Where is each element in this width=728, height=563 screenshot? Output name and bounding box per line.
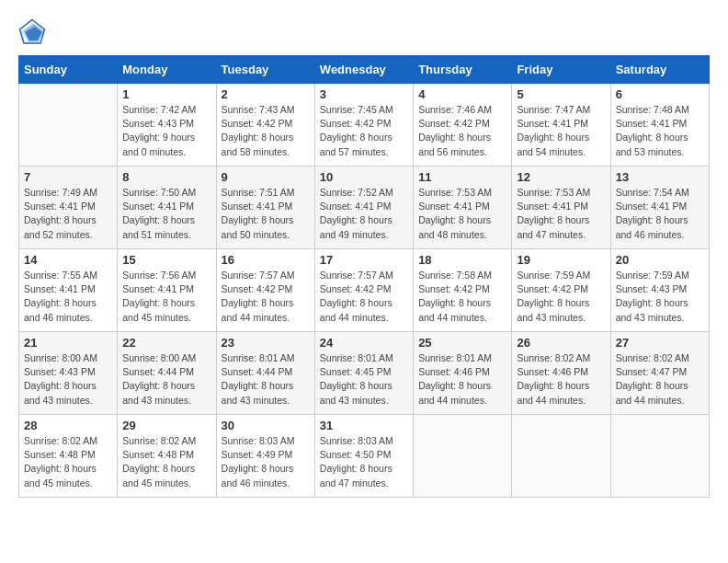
calendar-cell: 2Sunrise: 7:43 AMSunset: 4:42 PMDaylight… xyxy=(216,84,314,167)
calendar-cell: 27Sunrise: 8:02 AMSunset: 4:47 PMDayligh… xyxy=(610,332,709,415)
day-number: 16 xyxy=(222,253,310,267)
calendar-cell: 24Sunrise: 8:01 AMSunset: 4:45 PMDayligh… xyxy=(314,332,413,415)
calendar-cell: 8Sunrise: 7:50 AMSunset: 4:41 PMDaylight… xyxy=(118,167,216,249)
calendar-cell xyxy=(610,415,709,498)
cell-content: Sunrise: 8:02 AMSunset: 4:47 PMDaylight:… xyxy=(616,351,704,408)
weekday-header-tuesday: Tuesday xyxy=(216,56,314,84)
calendar-cell: 6Sunrise: 7:48 AMSunset: 4:41 PMDaylight… xyxy=(610,84,709,167)
cell-content: Sunrise: 7:53 AMSunset: 4:41 PMDaylight:… xyxy=(517,186,605,242)
cell-content: Sunrise: 8:03 AMSunset: 4:50 PMDaylight:… xyxy=(320,434,408,490)
calendar-cell: 26Sunrise: 8:02 AMSunset: 4:46 PMDayligh… xyxy=(512,332,610,415)
day-number: 6 xyxy=(616,87,704,101)
calendar-cell: 30Sunrise: 8:03 AMSunset: 4:49 PMDayligh… xyxy=(216,415,314,498)
calendar-cell: 5Sunrise: 7:47 AMSunset: 4:41 PMDaylight… xyxy=(512,84,610,167)
day-number: 22 xyxy=(122,336,210,350)
day-number: 10 xyxy=(320,170,408,184)
cell-content: Sunrise: 8:01 AMSunset: 4:44 PMDaylight:… xyxy=(222,351,310,408)
calendar-cell: 23Sunrise: 8:01 AMSunset: 4:44 PMDayligh… xyxy=(216,332,314,415)
cell-content: Sunrise: 7:54 AMSunset: 4:41 PMDaylight:… xyxy=(616,186,704,242)
calendar-cell: 20Sunrise: 7:59 AMSunset: 4:43 PMDayligh… xyxy=(610,249,709,332)
cell-content: Sunrise: 7:50 AMSunset: 4:41 PMDaylight:… xyxy=(122,186,210,242)
cell-content: Sunrise: 7:47 AMSunset: 4:41 PMDaylight:… xyxy=(517,103,605,159)
day-number: 3 xyxy=(320,87,408,101)
calendar-week-row: 21Sunrise: 8:00 AMSunset: 4:43 PMDayligh… xyxy=(19,332,710,415)
cell-content: Sunrise: 7:45 AMSunset: 4:42 PMDaylight:… xyxy=(320,103,408,159)
cell-content: Sunrise: 7:52 AMSunset: 4:41 PMDaylight:… xyxy=(320,186,408,242)
day-number: 23 xyxy=(222,336,310,350)
calendar-body: 1Sunrise: 7:42 AMSunset: 4:43 PMDaylight… xyxy=(19,84,710,498)
calendar-cell: 9Sunrise: 7:51 AMSunset: 4:41 PMDaylight… xyxy=(216,167,314,249)
weekday-header-thursday: Thursday xyxy=(414,56,512,84)
cell-content: Sunrise: 8:02 AMSunset: 4:48 PMDaylight:… xyxy=(122,434,210,490)
logo xyxy=(18,18,50,46)
day-number: 1 xyxy=(122,87,210,101)
day-number: 11 xyxy=(418,170,506,184)
calendar-cell xyxy=(19,84,118,167)
calendar-cell: 29Sunrise: 8:02 AMSunset: 4:48 PMDayligh… xyxy=(118,415,216,498)
calendar-cell: 15Sunrise: 7:56 AMSunset: 4:41 PMDayligh… xyxy=(118,249,216,332)
day-number: 20 xyxy=(616,253,704,267)
day-number: 31 xyxy=(320,419,408,432)
calendar-cell: 11Sunrise: 7:53 AMSunset: 4:41 PMDayligh… xyxy=(414,167,512,249)
cell-content: Sunrise: 8:00 AMSunset: 4:43 PMDaylight:… xyxy=(24,351,112,408)
calendar-cell: 1Sunrise: 7:42 AMSunset: 4:43 PMDaylight… xyxy=(118,84,216,167)
cell-content: Sunrise: 8:01 AMSunset: 4:45 PMDaylight:… xyxy=(320,351,408,408)
calendar-cell: 13Sunrise: 7:54 AMSunset: 4:41 PMDayligh… xyxy=(610,167,709,249)
calendar-cell: 31Sunrise: 8:03 AMSunset: 4:50 PMDayligh… xyxy=(314,415,413,498)
cell-content: Sunrise: 7:46 AMSunset: 4:42 PMDaylight:… xyxy=(418,103,506,159)
weekday-header-friday: Friday xyxy=(512,56,610,84)
cell-content: Sunrise: 7:42 AMSunset: 4:43 PMDaylight:… xyxy=(122,103,210,159)
weekday-header-monday: Monday xyxy=(118,56,216,84)
calendar-table: SundayMondayTuesdayWednesdayThursdayFrid… xyxy=(18,55,710,498)
day-number: 28 xyxy=(24,419,112,432)
calendar-cell: 19Sunrise: 7:59 AMSunset: 4:42 PMDayligh… xyxy=(512,249,610,332)
weekday-header-sunday: Sunday xyxy=(19,56,118,84)
calendar-cell: 28Sunrise: 8:02 AMSunset: 4:48 PMDayligh… xyxy=(19,415,118,498)
day-number: 25 xyxy=(418,336,506,350)
cell-content: Sunrise: 7:57 AMSunset: 4:42 PMDaylight:… xyxy=(320,269,408,325)
day-number: 2 xyxy=(222,87,310,101)
cell-content: Sunrise: 7:48 AMSunset: 4:41 PMDaylight:… xyxy=(616,103,704,159)
calendar-week-row: 28Sunrise: 8:02 AMSunset: 4:48 PMDayligh… xyxy=(19,415,710,498)
calendar-cell: 4Sunrise: 7:46 AMSunset: 4:42 PMDaylight… xyxy=(414,84,512,167)
day-number: 30 xyxy=(222,419,310,432)
cell-content: Sunrise: 8:03 AMSunset: 4:49 PMDaylight:… xyxy=(222,434,310,490)
cell-content: Sunrise: 7:56 AMSunset: 4:41 PMDaylight:… xyxy=(122,269,210,325)
cell-content: Sunrise: 7:55 AMSunset: 4:41 PMDaylight:… xyxy=(24,269,112,325)
day-number: 13 xyxy=(616,170,704,184)
day-number: 27 xyxy=(616,336,704,350)
calendar-header: SundayMondayTuesdayWednesdayThursdayFrid… xyxy=(19,56,710,84)
calendar-cell: 21Sunrise: 8:00 AMSunset: 4:43 PMDayligh… xyxy=(19,332,118,415)
cell-content: Sunrise: 8:02 AMSunset: 4:46 PMDaylight:… xyxy=(517,351,605,408)
cell-content: Sunrise: 7:53 AMSunset: 4:41 PMDaylight:… xyxy=(418,186,506,242)
weekday-header-wednesday: Wednesday xyxy=(314,56,413,84)
logo-icon xyxy=(18,18,46,46)
day-number: 17 xyxy=(320,253,408,267)
day-number: 18 xyxy=(418,253,506,267)
calendar-cell: 18Sunrise: 7:58 AMSunset: 4:42 PMDayligh… xyxy=(414,249,512,332)
calendar-cell: 12Sunrise: 7:53 AMSunset: 4:41 PMDayligh… xyxy=(512,167,610,249)
weekday-row: SundayMondayTuesdayWednesdayThursdayFrid… xyxy=(19,56,710,84)
cell-content: Sunrise: 7:58 AMSunset: 4:42 PMDaylight:… xyxy=(418,269,506,325)
calendar-cell: 14Sunrise: 7:55 AMSunset: 4:41 PMDayligh… xyxy=(19,249,118,332)
day-number: 4 xyxy=(418,87,506,101)
cell-content: Sunrise: 7:43 AMSunset: 4:42 PMDaylight:… xyxy=(222,103,310,159)
calendar-cell: 22Sunrise: 8:00 AMSunset: 4:44 PMDayligh… xyxy=(118,332,216,415)
day-number: 19 xyxy=(517,253,605,267)
calendar-week-row: 7Sunrise: 7:49 AMSunset: 4:41 PMDaylight… xyxy=(19,167,710,249)
calendar-cell: 3Sunrise: 7:45 AMSunset: 4:42 PMDaylight… xyxy=(314,84,413,167)
calendar-cell: 17Sunrise: 7:57 AMSunset: 4:42 PMDayligh… xyxy=(314,249,413,332)
day-number: 5 xyxy=(517,87,605,101)
day-number: 14 xyxy=(24,253,112,267)
day-number: 24 xyxy=(320,336,408,350)
calendar-cell: 7Sunrise: 7:49 AMSunset: 4:41 PMDaylight… xyxy=(19,167,118,249)
cell-content: Sunrise: 7:59 AMSunset: 4:43 PMDaylight:… xyxy=(616,269,704,325)
page-header xyxy=(18,18,710,46)
cell-content: Sunrise: 8:01 AMSunset: 4:46 PMDaylight:… xyxy=(418,351,506,408)
cell-content: Sunrise: 8:00 AMSunset: 4:44 PMDaylight:… xyxy=(122,351,210,408)
day-number: 21 xyxy=(24,336,112,350)
day-number: 26 xyxy=(517,336,605,350)
calendar-cell: 25Sunrise: 8:01 AMSunset: 4:46 PMDayligh… xyxy=(414,332,512,415)
weekday-header-saturday: Saturday xyxy=(610,56,709,84)
cell-content: Sunrise: 8:02 AMSunset: 4:48 PMDaylight:… xyxy=(24,434,112,490)
